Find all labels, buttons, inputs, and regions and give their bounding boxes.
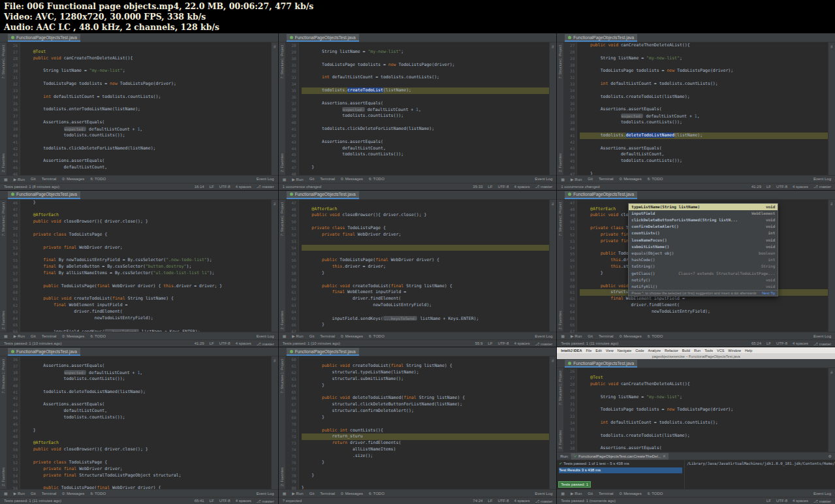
completion-item[interactable]: clickDeleteButtonForListNamed(String lis…	[629, 217, 778, 223]
toolwindow-switcher-icon[interactable]: ▦	[4, 491, 8, 496]
completion-item[interactable]: loseNameFocus()void	[629, 237, 778, 244]
status-widget-utf-8[interactable]: UTF-8	[497, 185, 509, 189]
toolwindow-button-0-messages[interactable]: 0: Messages	[62, 492, 84, 496]
next-tip-link[interactable]: Next Tip	[762, 291, 775, 295]
menu-item[interactable]: Navigate	[618, 349, 632, 353]
status-widget-utf-8[interactable]: UTF-8	[219, 499, 230, 503]
toolwindow-button-0-messages[interactable]: 0: Messages	[62, 177, 84, 181]
status-widget-utf-8[interactable]: UTF-8	[497, 499, 509, 503]
toolwindow-button-6-todo[interactable]: 6: TODO	[369, 334, 385, 338]
code-editor[interactable]: 4647484950515253545556575859606162636465…	[7, 200, 271, 332]
status-widget-lf[interactable]: LF	[488, 499, 492, 503]
toolwindow-button-6-todo[interactable]: 6: TODO	[90, 492, 106, 496]
toolwindow-button-2-favorites[interactable]: 2: Favorites	[280, 311, 284, 330]
code-editor[interactable]: 3637383940414243444546474849505152535455…	[7, 356, 271, 489]
status-widget-utf-8[interactable]: UTF-8	[776, 341, 787, 345]
tab-functionalpageobjectstest[interactable]: FunctionalPageObjectsTest.java	[287, 191, 359, 199]
toolwindow-button-7-structure[interactable]: 7: Structure	[558, 386, 562, 405]
status-widget-lf[interactable]: LF	[766, 185, 771, 189]
toolwindow-button-terminal[interactable]: Terminal	[599, 492, 614, 496]
toolwindow-button-1-project[interactable]: 1: Project	[558, 371, 562, 386]
toolwindow-button-git[interactable]: Git	[31, 492, 36, 496]
status-widget-utf-8[interactable]: UTF-8	[219, 185, 230, 189]
close-icon[interactable]: ✕	[663, 454, 666, 458]
completion-item[interactable]: countLists()int	[629, 230, 778, 236]
code-editor[interactable]: 2627282930313233343536373839404142434445…	[7, 42, 271, 175]
caret-position-widget[interactable]: 65:24	[751, 341, 761, 345]
toolwindow-button-0-messages[interactable]: 0: Messages	[620, 177, 642, 181]
status-widget-utf-8[interactable]: UTF-8	[219, 341, 230, 345]
toolwindow-button-1-project[interactable]: 1: Project	[558, 45, 562, 60]
caret-position-widget[interactable]: 74:24	[473, 499, 482, 503]
toolwindow-button-git[interactable]: Git	[31, 334, 36, 338]
toolwindow-button-git[interactable]: Git	[588, 492, 593, 496]
toolwindow-button-7-structure[interactable]: 7: Structure	[280, 60, 284, 78]
code-editor[interactable]: 6061626364656667686970717273747576777879…	[286, 356, 550, 489]
caret-position-widget[interactable]: 65:41	[195, 499, 204, 503]
status-widget-lf[interactable]: LF	[766, 499, 771, 503]
run-configuration-tab[interactable]: ✔FunctionalPageObjectsTest.canCreateTheD…	[571, 453, 669, 460]
toolwindow-button-terminal[interactable]: Terminal	[599, 177, 614, 181]
git-branch-widget[interactable]: ⎇ master	[535, 499, 552, 503]
code-editor[interactable]: 2829303132333435363738394041424344454647…	[286, 42, 550, 175]
status-widget-4-spaces[interactable]: 4 spaces	[236, 341, 251, 345]
toolwindow-button-6-todo[interactable]: 6: TODO	[90, 334, 106, 338]
caret-position-widget[interactable]: 35:33	[473, 185, 482, 189]
toolwindow-switcher-icon[interactable]: ▦	[283, 334, 287, 338]
git-branch-widget[interactable]: ⎇ master	[257, 341, 274, 346]
menu-item[interactable]: VCS	[717, 349, 724, 353]
event-log-button[interactable]: Event Log	[813, 492, 831, 496]
toolwindow-button-1-project[interactable]: 1: Project	[558, 202, 562, 217]
toolwindow-button-run[interactable]: ▶ Run	[292, 491, 303, 496]
git-branch-widget[interactable]: ⎇ master	[257, 499, 274, 503]
status-widget-utf-8[interactable]: UTF-8	[497, 341, 509, 345]
tab-functionalpageobjectstest[interactable]: FunctionalPageObjectsTest.java	[287, 34, 359, 42]
caret-position-widget[interactable]: 16:14	[195, 185, 204, 189]
toolwindow-button-6-todo[interactable]: 6: TODO	[648, 177, 663, 181]
toolwindow-button-6-todo[interactable]: 6: TODO	[648, 334, 663, 338]
toolwindow-button-run[interactable]: ▶ Run	[571, 334, 582, 338]
toolwindow-switcher-icon[interactable]: ▦	[561, 491, 565, 496]
toolwindow-button-1-project[interactable]: 1: Project	[280, 202, 284, 217]
toolwindow-button-1-project[interactable]: 1: Project	[1, 45, 5, 60]
event-log-button[interactable]: Event Log	[257, 492, 274, 496]
toolwindow-button-1-project[interactable]: 1: Project	[1, 202, 5, 217]
tab-functionalpageobjectstest[interactable]: FunctionalPageObjectsTest.java	[8, 191, 80, 199]
toolwindow-button-2-favorites[interactable]: 2: Favorites	[558, 153, 562, 172]
toolwindow-button-7-structure[interactable]: 7: Structure	[280, 217, 284, 236]
toolwindow-button-run[interactable]: ▶ Run	[14, 334, 25, 338]
toolwindow-button-terminal[interactable]: Terminal	[320, 177, 335, 181]
tab-functionalpageobjectstest[interactable]: FunctionalPageObjectsTest.java	[287, 348, 359, 356]
menu-item[interactable]: Window	[728, 349, 741, 353]
toolwindow-button-0-messages[interactable]: 0: Messages	[341, 334, 363, 338]
tab-functionalpageobjectstest[interactable]: FunctionalPageObjectsTest.java	[565, 34, 637, 42]
toolwindow-button-1-project[interactable]: 1: Project	[280, 359, 284, 374]
toolwindow-button-7-structure[interactable]: 7: Structure	[1, 60, 5, 78]
toolwindow-button-maven[interactable]: m	[830, 202, 834, 206]
menu-item[interactable]: Analyze	[648, 349, 661, 353]
tab-functionalpageobjectstest[interactable]: FunctionalPageObjectsTest.java	[565, 360, 637, 368]
status-widget-4-spaces[interactable]: 4 spaces	[793, 499, 808, 503]
completion-item[interactable]: submitListName()void	[629, 244, 778, 250]
completion-item[interactable]: notifyAll()void	[629, 283, 778, 290]
toolwindow-button-6-todo[interactable]: 6: TODO	[369, 492, 385, 496]
status-widget-lf[interactable]: LF	[488, 341, 492, 345]
git-branch-widget[interactable]: ⎇ master	[813, 499, 831, 503]
toolwindow-button-maven[interactable]: m	[551, 45, 555, 48]
toolwindow-button-maven[interactable]: m	[830, 45, 834, 48]
event-log-button[interactable]: Event Log	[257, 334, 274, 338]
event-log-button[interactable]: Event Log	[535, 177, 552, 181]
git-branch-widget[interactable]: ⎇ master	[813, 184, 831, 189]
status-widget-lf[interactable]: LF	[488, 185, 492, 189]
event-log-button[interactable]: Event Log	[813, 334, 831, 338]
toolwindow-button-git[interactable]: Git	[31, 177, 36, 181]
tab-functionalpageobjectstest[interactable]: FunctionalPageObjectsTest.java	[565, 191, 637, 199]
menu-item[interactable]: Edit	[595, 349, 601, 353]
caret-position-widget[interactable]: 41:29	[195, 341, 204, 345]
toolwindow-button-0-messages[interactable]: 0: Messages	[62, 334, 84, 338]
toolwindow-button-terminal[interactable]: Terminal	[42, 177, 57, 181]
code-editor[interactable]: 2627282930313233343536373839 @Test publi…	[564, 368, 828, 452]
toolwindow-button-7-structure[interactable]: 7: Structure	[1, 217, 5, 236]
toolwindow-button-7-structure[interactable]: 7: Structure	[558, 60, 562, 78]
status-widget-utf-8[interactable]: UTF-8	[776, 185, 787, 189]
